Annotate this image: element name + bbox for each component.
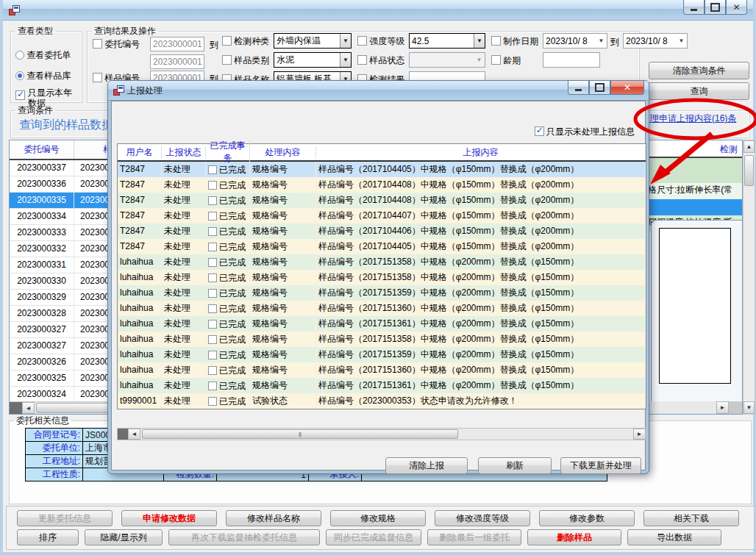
report-table-row[interactable]: T2847未处理已完成规格编号样品编号（2017104408）中规格（φ150m… — [118, 193, 646, 208]
report-table-row[interactable]: luhaihua未处理已完成规格编号样品编号（2017151361）中规格（φ2… — [118, 316, 646, 332]
bottom-button-4[interactable]: 修改规格 — [330, 510, 426, 526]
report-table-row[interactable]: luhaihua未处理已完成规格编号样品编号（2017151359）中规格（φ2… — [118, 347, 646, 362]
task-done-checkbox[interactable] — [208, 351, 217, 359]
date-from-picker[interactable]: 2023/10/ 8▼ — [543, 33, 607, 49]
main-titlebar: ✕ — [3, 0, 753, 21]
radio-view-entrust[interactable]: 查看委托单 — [15, 49, 71, 62]
sample-status-check[interactable]: 样品状态 — [357, 54, 404, 67]
checkbox-icon — [535, 126, 544, 136]
sample-cat-combo[interactable]: 水泥▼ — [274, 52, 352, 68]
make-date-check[interactable]: 制作日期 — [491, 35, 538, 48]
dialog-close-button[interactable]: ✕ — [610, 81, 644, 95]
scroll-left-icon[interactable]: ◄ — [22, 402, 35, 414]
bottom-button-3[interactable]: 修改样品名称 — [226, 510, 321, 526]
col-task-done[interactable]: 已完成事务 — [206, 140, 250, 165]
bottom-button-7[interactable]: 导出数据 — [627, 529, 721, 545]
grid-vscrollbar[interactable]: ▲ ▼ — [743, 140, 755, 415]
dialog-hscrollbar[interactable]: ◄ ⦀ ► — [117, 428, 646, 440]
strength-check[interactable]: 强度等级 — [357, 35, 404, 48]
bottom-button-5[interactable]: 修改强度等级 — [435, 510, 530, 526]
right-hscrollbar[interactable]: ► — [646, 401, 742, 414]
scroll-left-icon[interactable]: ◄ — [128, 429, 140, 440]
bottom-button-1[interactable]: 排序 — [17, 529, 79, 545]
scroll-down-icon[interactable]: ▼ — [743, 401, 755, 414]
col-process-content[interactable]: 处理内容 — [250, 146, 316, 159]
dialog-minimize-button[interactable] — [568, 81, 589, 95]
task-done-checkbox[interactable] — [208, 243, 217, 251]
task-done-checkbox[interactable] — [208, 304, 217, 313]
task-done-checkbox[interactable] — [208, 165, 217, 174]
close-button[interactable]: ✕ — [726, 0, 747, 15]
report-table-row[interactable]: luhaihua未处理已完成规格编号样品编号（2017151358）中规格（φ2… — [118, 254, 646, 270]
sample-status-combo[interactable]: ▼ — [409, 52, 485, 68]
task-done-checkbox[interactable] — [208, 273, 217, 282]
entrust-no-to-input[interactable]: 2023000001 — [150, 54, 204, 69]
report-table-row[interactable]: T2847未处理已完成规格编号样品编号（2017104406）中规格（φ150m… — [118, 223, 646, 239]
col-user[interactable]: 用户名 — [118, 146, 162, 159]
query-button[interactable]: 查询 — [649, 82, 749, 100]
task-done-checkbox[interactable] — [208, 366, 217, 375]
chevron-down-icon[interactable]: ▼ — [676, 34, 687, 48]
col-status[interactable]: 上报状态 — [162, 146, 206, 159]
report-table-row[interactable]: luhaihua未处理已完成规格编号样品编号（2017151358）中规格（φ2… — [118, 270, 646, 285]
report-table-row[interactable]: luhaihua未处理已完成规格编号样品编号（2017151359）中规格（φ2… — [118, 285, 646, 301]
report-table-row[interactable]: luhaihua未处理已完成规格编号样品编号（2017151360）中规格（φ2… — [118, 301, 646, 316]
maximize-button[interactable] — [705, 0, 726, 15]
radio-view-sample-lib[interactable]: 查看样品库 — [15, 70, 71, 82]
detect-type-combo[interactable]: 外墙内保温▼ — [274, 33, 352, 49]
chevron-down-icon[interactable]: ▼ — [340, 53, 351, 67]
age-check[interactable]: 龄期 — [491, 54, 521, 67]
download-process-button[interactable]: 下载更新并处理 — [560, 457, 641, 474]
entrust-no-check[interactable]: 委托编号 — [93, 38, 140, 51]
scroll-right-icon[interactable]: ► — [633, 429, 646, 440]
task-done-checkbox[interactable] — [208, 196, 217, 205]
report-table-row[interactable]: luhaihua未处理已完成规格编号样品编号（2017151358）中规格（φ2… — [118, 332, 646, 347]
age-input[interactable] — [543, 52, 600, 68]
task-done-checkbox[interactable] — [208, 320, 217, 329]
report-table-row[interactable]: luhaihua未处理已完成规格编号样品编号（2017151360）中规格（φ2… — [118, 362, 646, 378]
scroll-up-icon[interactable]: ▲ — [743, 140, 755, 153]
chevron-down-icon[interactable]: ▼ — [340, 34, 351, 48]
clear-query-button[interactable]: 清除查询条件 — [649, 62, 749, 79]
app-icon — [9, 4, 21, 16]
chevron-down-icon[interactable]: ▼ — [596, 34, 607, 48]
col-entrust-no[interactable]: 委托编号 — [10, 140, 74, 159]
minimize-button[interactable] — [683, 0, 705, 15]
vscrollbar-thumb[interactable] — [744, 155, 754, 186]
task-done-checkbox[interactable] — [208, 335, 217, 344]
task-done-checkbox[interactable] — [208, 397, 217, 406]
refresh-button[interactable]: 刷新 — [478, 457, 552, 474]
report-table-row[interactable]: luhaihua未处理已完成规格编号样品编号（2017151361）中规格（φ2… — [118, 378, 646, 393]
bottom-button-7[interactable]: 相关下载 — [643, 510, 739, 526]
entrust-no-from-input[interactable]: 2023000001 — [150, 37, 204, 51]
clear-report-button[interactable]: 清除上报 — [385, 457, 468, 474]
sample-cat-check[interactable]: 样品类别 — [222, 54, 269, 67]
task-done-checkbox[interactable] — [208, 289, 217, 298]
task-done-checkbox[interactable] — [208, 212, 217, 221]
bottom-button-2[interactable]: 隐藏/显示列 — [85, 529, 163, 545]
detect-type-check[interactable]: 检测种类 — [222, 35, 269, 48]
task-done-checkbox[interactable] — [208, 181, 217, 190]
task-done-checkbox[interactable] — [208, 382, 217, 390]
process-report-link[interactable]: 处理申请上报内容(16)条 — [641, 112, 736, 125]
filter-unprocessed-checkbox[interactable]: 只显示未处理上报信息 — [535, 126, 635, 138]
report-table-row[interactable]: T2847未处理已完成规格编号样品编号（2017104405）中规格（φ150m… — [118, 162, 646, 177]
bottom-button-6[interactable]: 删除样品 — [527, 529, 621, 545]
dialog-maximize-button[interactable] — [589, 81, 610, 95]
date-to-picker[interactable]: 2023/10/ 8▼ — [623, 33, 688, 49]
scrollbar-thumb[interactable]: ⦀ — [142, 429, 458, 439]
right-grid-selected-row[interactable] — [646, 199, 742, 215]
report-table-row[interactable]: t9990001未处理已完成试验状态样品编号（2023000353）状态申请改为… — [118, 393, 646, 409]
col-detect[interactable]: 检测 — [646, 140, 742, 158]
bottom-button-2[interactable]: 申请修改数据 — [121, 510, 217, 526]
report-table-row[interactable]: T2847未处理已完成规格编号样品编号（2017104408）中规格（φ150m… — [118, 177, 646, 193]
strength-combo[interactable]: 42.5▼ — [409, 33, 485, 49]
task-done-checkbox[interactable] — [208, 227, 217, 236]
chevron-down-icon[interactable]: ▼ — [474, 34, 485, 48]
task-done-checkbox[interactable] — [208, 258, 217, 267]
report-table-row[interactable]: T2847未处理已完成规格编号样品编号（2017104405）中规格（φ150m… — [118, 239, 646, 254]
scroll-right-icon[interactable]: ► — [716, 401, 729, 414]
col-report-content[interactable]: 上报内容 — [316, 146, 646, 159]
bottom-button-6[interactable]: 修改参数 — [539, 510, 635, 526]
report-table-row[interactable]: T2847未处理已完成规格编号样品编号（2017104407）中规格（φ150m… — [118, 208, 646, 223]
